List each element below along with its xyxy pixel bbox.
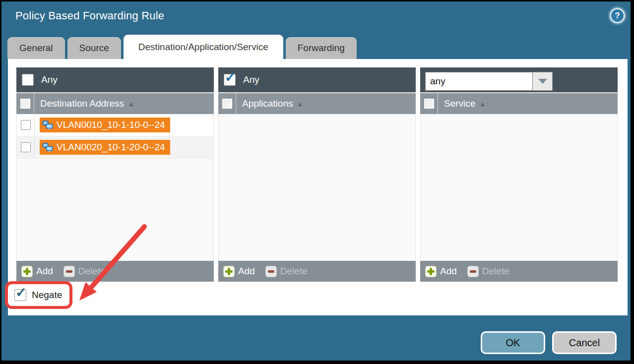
address-object-chip[interactable]: VLAN0020_10-1-20-0--24: [40, 140, 170, 155]
list-item[interactable]: VLAN0010_10-1-10-0--24: [17, 114, 213, 136]
applications-column-header[interactable]: Applications ▲: [218, 92, 416, 114]
service-dropdown: any: [425, 72, 553, 91]
address-object-chip[interactable]: VLAN0010_10-1-10-0--24: [40, 118, 170, 132]
sort-ascending-icon: ▲: [297, 101, 303, 107]
applications-list: [218, 114, 416, 261]
add-icon: [21, 266, 33, 277]
network-icon: [42, 143, 53, 152]
help-icon[interactable]: ?: [610, 8, 625, 23]
policy-dialog: Policy Based Forwarding Rule ? General S…: [1, 1, 631, 361]
destination-column-header[interactable]: Destination Address ▲: [16, 92, 214, 114]
check-icon: ✓: [225, 71, 236, 84]
service-dropdown-value[interactable]: any: [425, 72, 533, 91]
applications-header-label: Applications: [242, 98, 293, 109]
add-button[interactable]: Add: [223, 266, 255, 277]
address-object-label: VLAN0010_10-1-10-0--24: [57, 120, 165, 130]
applications-any-header: ✓ Any: [218, 67, 416, 92]
destination-any-header: Any: [16, 67, 214, 92]
destination-any-checkbox[interactable]: [22, 74, 34, 86]
tab-forwarding[interactable]: Forwarding: [286, 37, 357, 59]
add-button[interactable]: Add: [425, 266, 457, 277]
add-button[interactable]: Add: [21, 266, 53, 277]
dialog-title: Policy Based Forwarding Rule: [15, 9, 164, 22]
service-selectall-checkbox[interactable]: [424, 98, 435, 109]
tab-source[interactable]: Source: [67, 37, 121, 59]
chevron-down-icon: [538, 79, 547, 84]
network-icon: [42, 121, 53, 130]
destination-header-label: Destination Address: [40, 98, 124, 109]
tab-content-panel: Any Destination Address ▲: [8, 59, 628, 315]
applications-any-label: Any: [243, 74, 259, 85]
address-object-label: VLAN0020_10-1-20-0--24: [57, 142, 165, 153]
check-icon: ✓: [15, 286, 27, 300]
columns-container: Any Destination Address ▲: [16, 67, 618, 282]
service-footer: Add Delete: [420, 261, 618, 282]
negate-annotation-box: ✓ Negate: [5, 281, 72, 309]
applications-footer: Add Delete: [218, 261, 416, 282]
row-checkbox[interactable]: [21, 120, 31, 130]
service-header-label: Service: [444, 98, 475, 109]
service-any-header: any: [420, 67, 618, 92]
delete-button[interactable]: Delete: [63, 266, 106, 277]
service-column: any Service ▲: [420, 67, 618, 282]
destination-footer: Add Delete: [16, 261, 214, 282]
add-icon: [223, 266, 235, 277]
sort-ascending-icon: ▲: [479, 101, 486, 107]
delete-icon: [63, 266, 75, 277]
delete-icon: [467, 266, 479, 277]
service-column-header[interactable]: Service ▲: [420, 92, 618, 114]
tab-destination-application-service[interactable]: Destination/Application/Service: [124, 35, 283, 59]
destination-any-label: Any: [41, 74, 58, 85]
sort-ascending-icon: ▲: [128, 101, 134, 107]
delete-button[interactable]: Delete: [467, 266, 509, 277]
applications-selectall-checkbox[interactable]: [222, 98, 233, 109]
service-list: [420, 114, 618, 261]
add-icon: [425, 266, 437, 277]
applications-any-checkbox[interactable]: ✓: [224, 74, 236, 86]
delete-icon: [265, 266, 277, 277]
applications-column: ✓ Any Applications ▲: [218, 67, 416, 282]
destination-selectall-checkbox[interactable]: [20, 98, 31, 109]
list-item[interactable]: VLAN0020_10-1-20-0--24: [17, 136, 213, 159]
tab-general[interactable]: General: [7, 37, 65, 59]
row-checkbox[interactable]: [21, 142, 31, 152]
negate-checkbox[interactable]: ✓: [14, 289, 26, 301]
screenshot-root: { "dialog": { "title": "Policy Based For…: [0, 0, 634, 364]
cancel-button[interactable]: Cancel: [552, 331, 617, 354]
negate-label: Negate: [32, 290, 62, 301]
ok-button[interactable]: OK: [481, 331, 545, 354]
delete-button[interactable]: Delete: [265, 266, 308, 277]
service-dropdown-button[interactable]: [533, 72, 553, 91]
tab-bar: General Source Destination/Application/S…: [7, 35, 357, 59]
destination-list: VLAN0010_10-1-10-0--24: [16, 114, 214, 261]
destination-address-column: Any Destination Address ▲: [16, 67, 214, 282]
